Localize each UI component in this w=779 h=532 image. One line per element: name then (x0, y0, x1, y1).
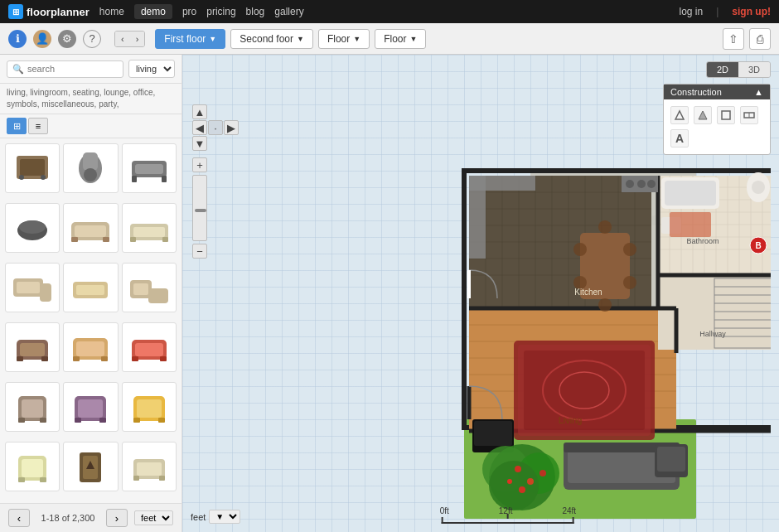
furniture-item[interactable] (122, 263, 177, 312)
svg-rect-32 (41, 356, 48, 361)
nav-down-button[interactable]: ▼ (192, 136, 207, 151)
search-box[interactable]: 🔍 (7, 60, 123, 78)
svg-point-189 (489, 461, 539, 510)
svg-text:Bathroom: Bathroom (686, 237, 719, 245)
furniture-item[interactable] (63, 322, 118, 372)
nav-blog[interactable]: blog (246, 6, 265, 17)
floor-plan-svg[interactable]: B (207, 104, 771, 519)
category-select[interactable]: living (128, 60, 175, 78)
furniture-item[interactable] (63, 382, 118, 432)
floor-tab-second-label: Second foor (240, 33, 293, 45)
nav-pricing[interactable]: pricing (206, 6, 235, 17)
furniture-item[interactable] (122, 203, 177, 253)
list-view-button[interactable]: ≡ (28, 118, 48, 134)
signup-link[interactable]: sign up! (732, 6, 771, 17)
zoom-bar[interactable] (192, 175, 207, 241)
furniture-item[interactable] (5, 382, 60, 432)
scale-label-0: 0ft (440, 506, 449, 515)
svg-rect-27 (148, 288, 168, 303)
floor-tab-first[interactable]: First floor ▼ (155, 29, 225, 49)
furniture-item[interactable] (122, 382, 177, 432)
furniture-item[interactable] (5, 322, 60, 372)
furniture-item[interactable] (63, 442, 118, 491)
search-input[interactable] (27, 64, 118, 74)
construction-panel-arrow: ▲ (754, 87, 763, 97)
svg-rect-34 (76, 341, 104, 356)
furniture-item[interactable] (122, 442, 177, 491)
furniture-item[interactable] (5, 203, 60, 253)
logo[interactable]: ⊞ floorplanner (8, 4, 90, 19)
furniture-item[interactable] (63, 203, 118, 253)
svg-point-193 (539, 470, 546, 476)
settings-button[interactable]: ⚙ (58, 30, 76, 48)
help-button[interactable]: ? (83, 30, 101, 48)
sidebar-footer: ‹ 1-18 of 2,300 › feet (0, 503, 181, 532)
user-button[interactable]: 👤 (33, 30, 51, 48)
unit-select[interactable]: feet (134, 510, 173, 525)
nav-demo[interactable]: demo (134, 4, 172, 19)
svg-rect-18 (133, 227, 165, 237)
svg-rect-56 (40, 477, 46, 482)
svg-rect-9 (132, 176, 137, 182)
floor-tab-four-label: Floor (384, 33, 406, 45)
svg-point-191 (527, 478, 534, 485)
svg-rect-47 (75, 418, 81, 423)
nav-left-button[interactable]: ◀ (192, 120, 207, 135)
nav-up-button[interactable]: ▲ (192, 104, 207, 119)
svg-text:B: B (755, 241, 761, 250)
svg-point-12 (19, 220, 46, 234)
floor-tab-second[interactable]: Second foor ▼ (230, 29, 313, 49)
svg-point-150 (647, 180, 656, 188)
floor-tab-second-arrow: ▼ (297, 35, 304, 43)
svg-rect-30 (20, 343, 45, 356)
svg-rect-39 (132, 356, 138, 361)
svg-rect-146 (469, 176, 535, 191)
furniture-item[interactable] (5, 442, 60, 491)
info-button[interactable]: ℹ (8, 30, 27, 48)
furniture-item[interactable] (63, 263, 118, 312)
sidebar-header: 🔍 living (0, 55, 181, 84)
zoom-out-button[interactable]: − (192, 244, 207, 259)
svg-rect-15 (71, 237, 78, 242)
nav-home[interactable]: home (99, 6, 124, 17)
svg-rect-10 (162, 176, 167, 182)
canvas-area[interactable]: ▲ ◀ · ▶ ▼ + − 2D 3D Construction ▲ (182, 55, 779, 532)
svg-rect-16 (103, 237, 109, 242)
furniture-item[interactable] (5, 143, 60, 193)
view-2d-button[interactable]: 2D (707, 62, 738, 77)
back-button[interactable]: ‹ (115, 31, 130, 46)
logo-text: floorplanner (27, 6, 90, 18)
furniture-item[interactable] (122, 322, 177, 372)
floor-tab-first-arrow: ▼ (209, 35, 216, 43)
nav-gallery[interactable]: gallery (274, 6, 303, 17)
share-button[interactable]: ⇧ (723, 28, 744, 50)
view-3d-button[interactable]: 3D (738, 62, 770, 77)
login-link[interactable]: log in (680, 6, 704, 17)
floor-tab-three-arrow: ▼ (353, 35, 360, 43)
canvas-unit-select[interactable]: ▼ (209, 510, 240, 524)
print-button[interactable]: ⎙ (749, 28, 771, 50)
floor-toolbar: ℹ 👤 ⚙ ? ‹ › First floor ▼ Second foor ▼ … (0, 23, 779, 55)
tool-icons: ℹ 👤 ⚙ ? (8, 30, 101, 48)
next-page-button[interactable]: › (106, 509, 128, 527)
floor-tab-first-label: First floor (164, 33, 206, 45)
nav-pro[interactable]: pro (182, 6, 196, 17)
floor-tab-three[interactable]: Floor ▼ (318, 29, 370, 49)
floor-tab-four[interactable]: Floor ▼ (375, 29, 426, 49)
forward-button[interactable]: › (130, 31, 145, 46)
furniture-item[interactable] (5, 263, 60, 312)
svg-rect-176 (474, 421, 512, 446)
furniture-item[interactable] (63, 143, 118, 193)
svg-rect-5 (83, 152, 98, 171)
prev-page-button[interactable]: ‹ (8, 509, 30, 527)
zoom-in-button[interactable]: + (192, 157, 207, 172)
svg-rect-35 (73, 356, 80, 361)
svg-point-143 (598, 220, 612, 234)
floor-tab-three-label: Floor (327, 33, 350, 45)
furniture-item[interactable] (122, 143, 177, 193)
scale-bar: 0ft 12ft 24ft (440, 506, 577, 524)
search-icon: 🔍 (12, 64, 24, 75)
svg-point-142 (623, 276, 636, 289)
construction-panel-header[interactable]: Construction ▲ (664, 85, 770, 99)
grid-view-button[interactable]: ⊞ (7, 118, 27, 134)
